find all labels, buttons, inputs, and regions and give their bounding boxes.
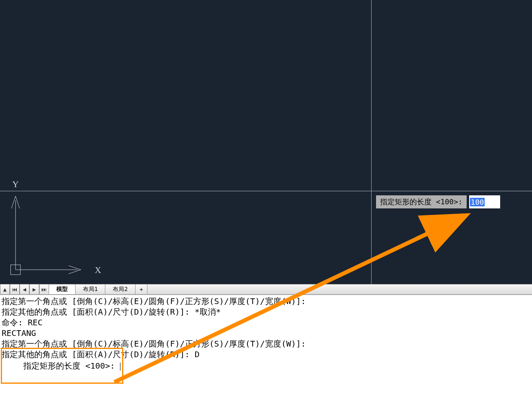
tab-add-label: + bbox=[140, 286, 143, 293]
ucs-y-label: Y bbox=[12, 179, 19, 189]
svg-rect-2 bbox=[11, 265, 20, 275]
tab-layout2[interactable]: 布局2 bbox=[105, 284, 135, 294]
command-window[interactable]: 指定第一个角点或 [倒角(C)/标高(E)/圆角(F)/正方形(S)/厚度(T)… bbox=[0, 295, 532, 396]
drawing-canvas[interactable]: Y X 指定矩形的长度 <100>: 100 bbox=[0, 0, 532, 284]
tab-model-label: 模型 bbox=[56, 286, 68, 293]
tab-first-button[interactable]: ⏮ bbox=[10, 284, 20, 294]
cmd-history-line: RECTANG bbox=[2, 328, 530, 338]
dynamic-input-tooltip: 指定矩形的长度 <100>: 100 bbox=[376, 195, 500, 208]
tab-prev-button[interactable]: ◀ bbox=[20, 284, 29, 294]
tab-add-button[interactable]: + bbox=[136, 284, 147, 294]
tab-scroll-up-button[interactable]: ▲ bbox=[0, 284, 10, 294]
command-prompt-highlight: 指定矩形的长度 <100>: bbox=[1, 348, 123, 384]
tab-layout2-label: 布局2 bbox=[113, 286, 127, 293]
command-prompt-text: 指定矩形的长度 <100>: bbox=[23, 361, 120, 371]
layout-tab-bar: ▲ ⏮ ◀ ▶ ⏭ 模型 布局1 布局2 + bbox=[0, 284, 532, 295]
tab-next-button[interactable]: ▶ bbox=[29, 284, 39, 294]
tab-layout1[interactable]: 布局1 bbox=[76, 284, 105, 294]
cmd-history-line: 指定第一个角点或 [倒角(C)/标高(E)/圆角(F)/正方形(S)/厚度(T)… bbox=[2, 296, 530, 307]
crosshair-vertical bbox=[371, 0, 372, 284]
ucs-icon: Y X bbox=[8, 176, 106, 282]
ucs-x-label: X bbox=[95, 265, 101, 275]
cmd-history-line: 指定其他的角点或 [面积(A)/尺寸(D)/旋转(R)]: *取消* bbox=[2, 307, 530, 317]
text-cursor bbox=[120, 362, 120, 371]
crosshair-horizontal bbox=[0, 191, 532, 191]
dynamic-input-value: 100 bbox=[470, 198, 485, 206]
tab-layout1-label: 布局1 bbox=[83, 286, 98, 293]
tab-model[interactable]: 模型 bbox=[49, 284, 76, 294]
cmd-history-line: 命令: REC bbox=[2, 317, 530, 328]
dynamic-input-label: 指定矩形的长度 <100>: bbox=[376, 195, 467, 208]
tab-last-button[interactable]: ⏭ bbox=[39, 284, 49, 294]
dynamic-input-field[interactable]: 100 bbox=[469, 195, 500, 208]
